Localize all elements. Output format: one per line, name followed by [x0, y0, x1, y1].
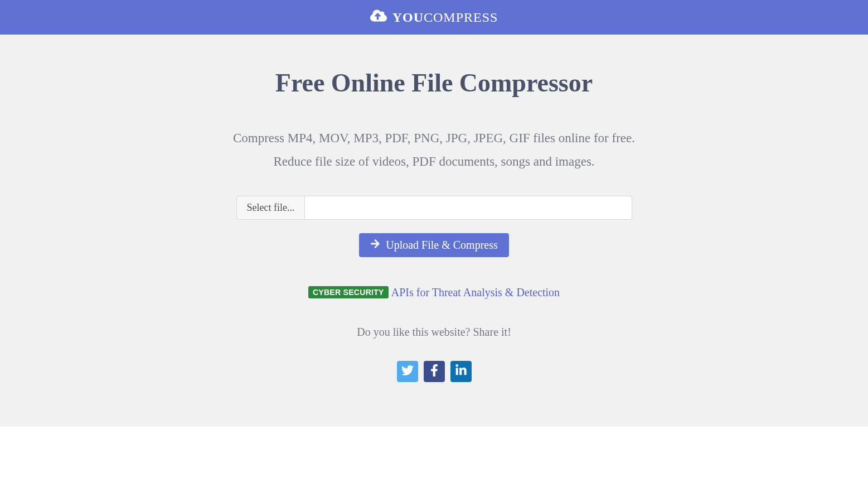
share-prompt: Do you like this website? Share it!: [11, 326, 857, 339]
social-share-row: [397, 361, 472, 382]
file-select-group: Select file...: [236, 196, 632, 220]
share-linkedin-button[interactable]: [450, 361, 472, 382]
linkedin-icon: [455, 364, 467, 379]
share-facebook-button[interactable]: [424, 361, 445, 382]
facebook-icon: [428, 364, 440, 379]
logo-text: YOUCOMPRESS: [392, 10, 498, 25]
upload-compress-button[interactable]: Upload File & Compress: [359, 233, 509, 257]
cyber-security-badge: CYBER SECURITY: [308, 286, 389, 298]
subtitle-reduce: Reduce file size of videos, PDF document…: [11, 154, 857, 169]
share-twitter-button[interactable]: [397, 361, 418, 382]
select-file-button[interactable]: Select file...: [236, 196, 306, 220]
file-path-field[interactable]: [305, 196, 632, 220]
twitter-icon: [401, 364, 414, 379]
main-content: Free Online File Compressor Compress MP4…: [0, 35, 868, 427]
cloud-upload-icon: [370, 9, 387, 26]
promo-line: CYBER SECURITY APIs for Threat Analysis …: [11, 285, 857, 299]
subtitle-formats: Compress MP4, MOV, MP3, PDF, PNG, JPG, J…: [11, 131, 857, 146]
arrow-right-icon: [370, 239, 380, 252]
upload-button-label: Upload File & Compress: [386, 239, 498, 252]
header: YOUCOMPRESS: [0, 0, 868, 35]
promo-link[interactable]: APIs for Threat Analysis & Detection: [391, 286, 560, 298]
page-title: Free Online File Compressor: [11, 68, 857, 98]
logo[interactable]: YOUCOMPRESS: [370, 9, 498, 26]
